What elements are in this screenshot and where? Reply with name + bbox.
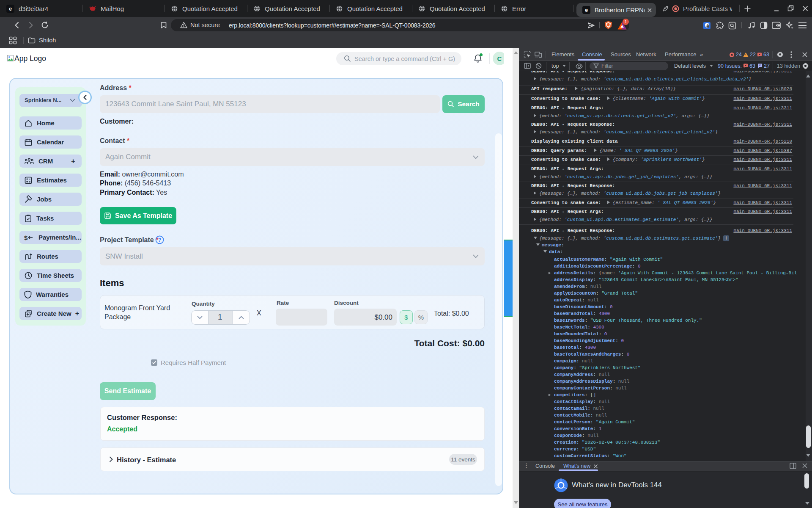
- svg-text:?: ?: [158, 237, 162, 243]
- svg-text:$: $: [24, 234, 28, 241]
